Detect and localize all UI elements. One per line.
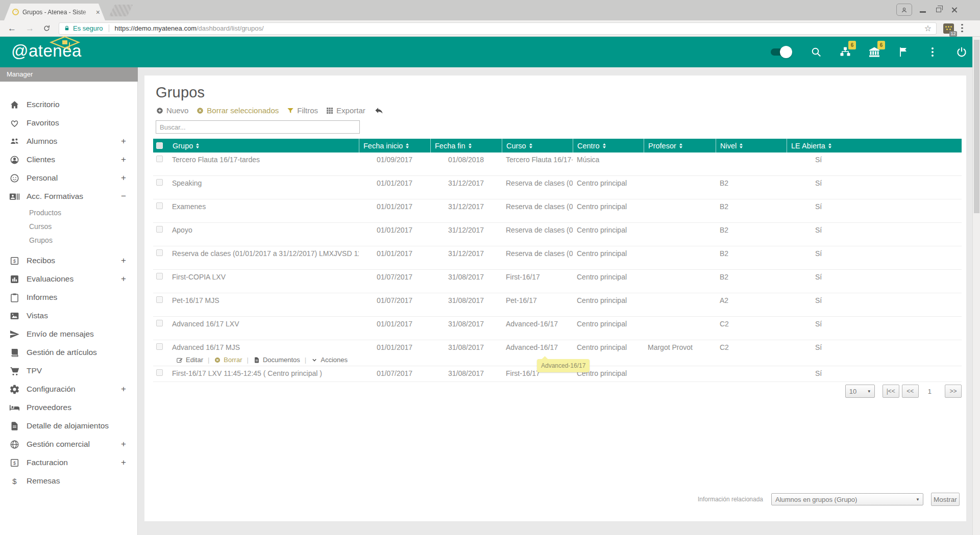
first-page-button[interactable]: |<< <box>883 385 899 398</box>
column-header-profesor[interactable]: Profesor <box>644 139 716 152</box>
row-checkbox[interactable] <box>156 273 163 279</box>
column-header-curso[interactable]: Curso <box>502 139 573 152</box>
expander-icon[interactable]: + <box>121 439 130 449</box>
row-checkbox[interactable] <box>156 369 163 376</box>
search-input[interactable] <box>156 120 360 134</box>
page-size-select[interactable]: 10 <box>845 385 875 398</box>
kebab-icon[interactable] <box>926 46 939 58</box>
sidebar-item-favoritos[interactable]: Favoritos <box>0 114 137 132</box>
sidebar-subitem-cursos[interactable]: Cursos <box>0 220 137 234</box>
security-label[interactable]: Es seguro <box>73 24 103 32</box>
expander-icon[interactable]: + <box>121 256 130 266</box>
power-icon[interactable] <box>955 46 968 58</box>
sidebar-item-personal[interactable]: Personal+ <box>0 169 137 187</box>
sidebar-item-detalle-de-alojamientos[interactable]: Detalle de alojamientos <box>0 417 137 435</box>
row-action-acciones[interactable]: Acciones <box>311 356 348 364</box>
undo-icon[interactable] <box>374 106 384 115</box>
row-checkbox[interactable] <box>156 226 163 233</box>
sidebar-item-gestion-de-articulos[interactable]: Gestión de artículos <box>0 343 137 362</box>
column-header-fecha-inicio[interactable]: Fecha inicio <box>359 139 430 152</box>
back-button[interactable]: ← <box>8 24 16 33</box>
browser-tab[interactable]: Grupos - Atenea - Siste × <box>4 4 105 20</box>
table-row[interactable]: Apoyo01/01/201731/12/2017Reserva de clas… <box>153 223 962 246</box>
row-action-editar[interactable]: Editar <box>176 356 203 364</box>
sidebar-item-clientes[interactable]: Clientes+ <box>0 150 137 169</box>
sidebar-item-tpv[interactable]: TPV <box>0 362 137 380</box>
column-header-grupo[interactable]: Grupo <box>168 139 359 152</box>
expander-icon[interactable]: + <box>121 155 130 165</box>
row-checkbox[interactable] <box>156 296 163 303</box>
sidebar-item-facturacion[interactable]: $Facturacion+ <box>0 453 137 472</box>
sidebar-subitem-productos[interactable]: Productos <box>0 206 137 220</box>
reload-button[interactable] <box>43 24 51 32</box>
new-tab-button[interactable] <box>109 5 133 16</box>
filters-button[interactable]: Filtros <box>286 106 318 115</box>
sidebar-item-alumnos[interactable]: Alumnos+ <box>0 132 137 150</box>
toggle-switch[interactable] <box>771 48 790 56</box>
sitemap-icon[interactable]: 6 <box>839 46 851 58</box>
restore-button[interactable] <box>934 4 944 15</box>
column-header-centro[interactable]: Centro <box>573 139 644 152</box>
table-row[interactable]: Pet-16/17 MJS01/07/201731/08/2017Pet-16/… <box>153 293 962 317</box>
profile-button[interactable] <box>896 4 912 16</box>
next-page-button[interactable]: >> <box>945 385 962 398</box>
row-checkbox[interactable] <box>156 179 163 186</box>
extension-icon[interactable]: 12 <box>943 23 954 34</box>
row-checkbox[interactable] <box>156 343 163 350</box>
sidebar-item-proveedores[interactable]: Proveedores <box>0 398 137 417</box>
table-row[interactable]: Speaking01/01/201731/12/2017Reserva de c… <box>153 176 962 199</box>
sidebar-item-configuracion[interactable]: Configuración+ <box>0 380 137 398</box>
sidebar-item-vistas[interactable]: Vistas <box>0 307 137 325</box>
sidebar-item-recibos[interactable]: $Recibos+ <box>0 251 137 270</box>
sidebar-item-evaluaciones[interactable]: Evaluaciones+ <box>0 270 137 288</box>
scrollbar-thumb[interactable] <box>974 40 979 213</box>
table-row[interactable]: Advanced 16/17 LXV01/01/201731/08/2017Ad… <box>153 317 962 340</box>
sidebar-subitem-grupos[interactable]: Grupos <box>0 234 137 247</box>
expander-icon[interactable]: + <box>121 136 130 146</box>
table-row[interactable]: Examenes01/01/201731/12/2017Reserva de c… <box>153 199 962 223</box>
expander-icon[interactable]: + <box>121 274 130 284</box>
prev-page-button[interactable]: << <box>902 385 919 398</box>
table-row[interactable]: First-COPIA LXV01/07/201731/08/2017First… <box>153 270 962 293</box>
row-checkbox[interactable] <box>156 202 163 209</box>
sidebar-item-gestion-comercial[interactable]: Gestión comercial+ <box>0 435 137 453</box>
export-button[interactable]: Exportar <box>326 106 365 115</box>
sidebar-item-informes[interactable]: Informes <box>0 288 137 307</box>
expander-icon[interactable]: + <box>121 384 130 394</box>
search-icon[interactable] <box>810 46 822 58</box>
sidebar-item-envio-de-mensajes[interactable]: Envío de mensajes <box>0 325 137 343</box>
app-logo[interactable]: @atenea <box>11 41 82 61</box>
address-bar[interactable]: Es seguro https://demo.myatenea.com /das… <box>59 22 937 35</box>
forward-button[interactable]: → <box>26 24 34 33</box>
row-action-borrar[interactable]: Borrar <box>214 356 242 364</box>
related-info-select[interactable]: Alumnos en grupos (Grupo) <box>771 493 923 505</box>
column-header-fecha-fin[interactable]: Fecha fin <box>430 139 502 152</box>
delete-selected-button[interactable]: Borrar seleccionados <box>196 106 279 115</box>
expander-icon[interactable]: − <box>121 191 130 201</box>
table-row[interactable]: Tercero Flauta 16/17-tardes01/09/201701/… <box>153 152 962 176</box>
grid-icon <box>326 107 334 115</box>
expander-icon[interactable]: + <box>121 457 130 468</box>
column-header-le-abierta[interactable]: LE Abierta <box>787 139 962 152</box>
minimize-button[interactable] <box>918 4 928 15</box>
row-action-documentos[interactable]: Documentos <box>253 356 300 364</box>
close-button[interactable] <box>949 4 960 15</box>
tab-close-icon[interactable]: × <box>96 8 100 16</box>
url-host: https://demo.myatenea.com <box>115 24 197 32</box>
row-checkbox[interactable] <box>156 320 163 326</box>
column-header-nivel[interactable]: Nivel <box>716 139 787 152</box>
expander-icon[interactable]: + <box>121 173 130 183</box>
browser-menu-icon[interactable] <box>961 24 963 33</box>
new-button[interactable]: Nuevo <box>156 106 188 115</box>
table-row[interactable]: Reserva de clases (01/01/2017 a 31/12/20… <box>153 246 962 270</box>
row-checkbox[interactable] <box>156 249 163 256</box>
show-button[interactable]: Mostrar <box>931 493 960 506</box>
sidebar-item-remesas[interactable]: $Remesas <box>0 472 137 490</box>
bookmark-star-icon[interactable]: ☆ <box>924 23 932 33</box>
sidebar-item-escritorio[interactable]: Escritorio <box>0 95 137 114</box>
bank-icon[interactable]: 6 <box>868 46 880 58</box>
flag-icon[interactable] <box>897 46 910 58</box>
row-checkbox[interactable] <box>156 156 163 162</box>
sidebar-item-acc-formativas[interactable]: Acc. Formativas− <box>0 187 137 206</box>
select-all-checkbox[interactable] <box>156 142 163 149</box>
